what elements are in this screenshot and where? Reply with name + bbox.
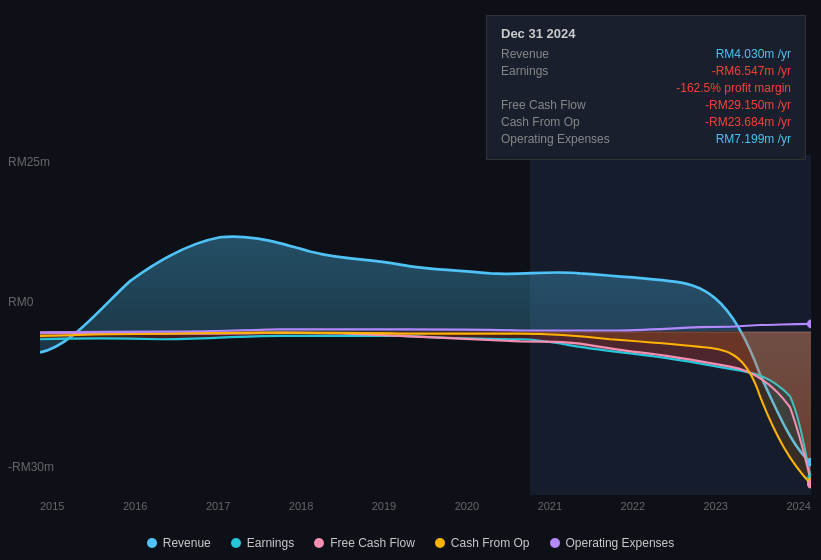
tooltip-opex-row: Operating Expenses RM7.199m /yr — [501, 132, 791, 146]
x-label-2023: 2023 — [704, 500, 728, 512]
x-label-2021: 2021 — [538, 500, 562, 512]
tooltip-cashop-label: Cash From Op — [501, 115, 580, 129]
tooltip-earnings-label: Earnings — [501, 64, 548, 78]
legend-cashop-label: Cash From Op — [451, 536, 530, 550]
legend-revenue-label: Revenue — [163, 536, 211, 550]
y-label-zero: RM0 — [8, 295, 33, 309]
x-label-2017: 2017 — [206, 500, 230, 512]
tooltip-fcf-row: Free Cash Flow -RM29.150m /yr — [501, 98, 791, 112]
tooltip-opex-value: RM7.199m /yr — [716, 132, 791, 146]
legend-earnings-dot — [231, 538, 241, 548]
legend-earnings[interactable]: Earnings — [231, 536, 294, 550]
legend-fcf-dot — [314, 538, 324, 548]
tooltip-revenue-label: Revenue — [501, 47, 549, 61]
legend-cashop-dot — [435, 538, 445, 548]
tooltip-title: Dec 31 2024 — [501, 26, 791, 41]
tooltip-fcf-label: Free Cash Flow — [501, 98, 586, 112]
x-label-2018: 2018 — [289, 500, 313, 512]
legend-cashop[interactable]: Cash From Op — [435, 536, 530, 550]
legend-earnings-label: Earnings — [247, 536, 294, 550]
legend-revenue-dot — [147, 538, 157, 548]
tooltip-revenue-value: RM4.030m /yr — [716, 47, 791, 61]
tooltip-revenue-row: Revenue RM4.030m /yr — [501, 47, 791, 61]
x-label-2024: 2024 — [786, 500, 810, 512]
x-axis-labels: 2015 2016 2017 2018 2019 2020 2021 2022 … — [40, 500, 811, 512]
tooltip-panel: Dec 31 2024 Revenue RM4.030m /yr Earning… — [486, 15, 806, 160]
tooltip-fcf-value: -RM29.150m /yr — [705, 98, 791, 112]
chart-area — [40, 155, 811, 495]
x-label-2020: 2020 — [455, 500, 479, 512]
x-label-2015: 2015 — [40, 500, 64, 512]
legend-revenue[interactable]: Revenue — [147, 536, 211, 550]
tooltip-earnings-row: Earnings -RM6.547m /yr — [501, 64, 791, 78]
tooltip-opex-label: Operating Expenses — [501, 132, 610, 146]
chart-legend: Revenue Earnings Free Cash Flow Cash Fro… — [0, 536, 821, 550]
x-label-2022: 2022 — [621, 500, 645, 512]
tooltip-cashop-value: -RM23.684m /yr — [705, 115, 791, 129]
tooltip-margin-row: -162.5% profit margin — [501, 81, 791, 95]
legend-fcf[interactable]: Free Cash Flow — [314, 536, 415, 550]
legend-fcf-label: Free Cash Flow — [330, 536, 415, 550]
legend-opex[interactable]: Operating Expenses — [550, 536, 675, 550]
tooltip-cashop-row: Cash From Op -RM23.684m /yr — [501, 115, 791, 129]
tooltip-margin-value: -162.5% profit margin — [676, 81, 791, 95]
tooltip-earnings-value: -RM6.547m /yr — [712, 64, 791, 78]
legend-opex-label: Operating Expenses — [566, 536, 675, 550]
x-label-2019: 2019 — [372, 500, 396, 512]
legend-opex-dot — [550, 538, 560, 548]
chart-svg — [40, 155, 811, 495]
x-label-2016: 2016 — [123, 500, 147, 512]
